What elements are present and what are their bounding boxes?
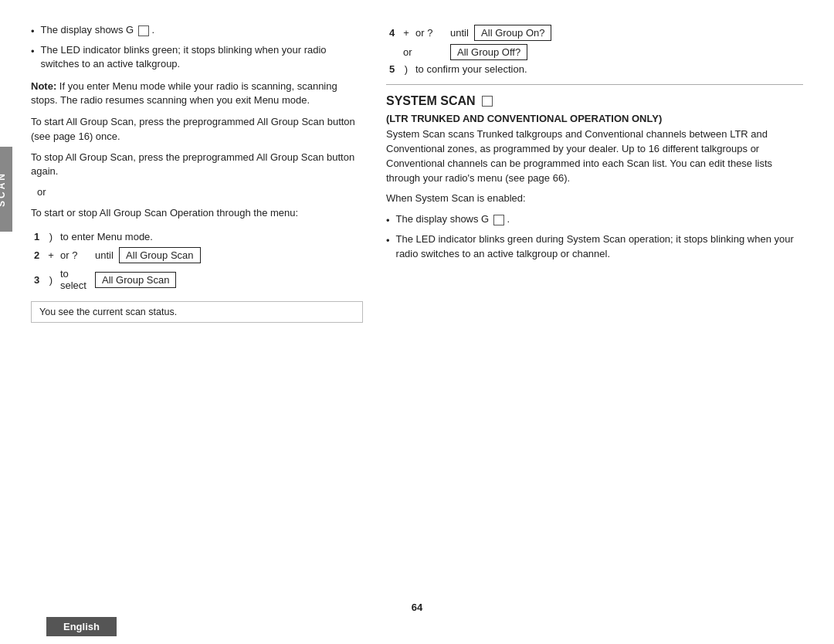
right-bullet-1: • The display shows G .	[386, 212, 803, 228]
step-num-2: 2	[31, 245, 45, 266]
bullet-text-2: The LED indicator blinks green; it stops…	[41, 43, 363, 71]
right-step-sym-5: )	[400, 62, 412, 76]
step-word-2: or ?	[57, 245, 92, 266]
step-num-1: 1	[31, 229, 45, 245]
step-sym-2: +	[45, 245, 57, 266]
right-step-sym-4: +	[400, 23, 412, 42]
right-step-row-5: 5 ) to confirm your selection.	[386, 62, 803, 76]
divider-line	[386, 84, 803, 85]
footer-bar: English	[0, 615, 834, 644]
right-step-num-4: 4	[386, 23, 400, 42]
all-group-on-box: All Group On?	[474, 25, 551, 41]
right-step-off-box: All Group Off?	[447, 42, 803, 62]
right-para-1: System Scan scans Trunked talkgroups and…	[386, 127, 803, 185]
section-heading: SYSTEM SCAN	[386, 94, 803, 108]
all-group-scan-box-2: All Group Scan	[95, 272, 176, 288]
step-row-2: 2 + or ? until All Group Scan	[31, 245, 363, 266]
steps-table: 1 ) to enter Menu mode. 2 + or ? until A…	[31, 229, 363, 293]
page-number-text: 64	[412, 602, 422, 613]
g-symbol-1	[138, 25, 149, 36]
para-3: To start or stop All Group Scan Operatio…	[31, 206, 363, 221]
step-row-1: 1 ) to enter Menu mode.	[31, 229, 363, 245]
bullet-dot-2: •	[31, 45, 35, 71]
step-action-2: until All Group Scan	[92, 245, 363, 266]
right-step-num-5: 5	[386, 62, 400, 76]
right-bullet-dot-2: •	[386, 234, 390, 260]
note-box: You see the current scan status.	[31, 301, 363, 323]
step-sym-1: )	[45, 229, 57, 245]
step-word-3: to select	[57, 266, 92, 293]
all-group-off-box: All Group Off?	[450, 44, 527, 60]
section-title: SYSTEM SCAN	[386, 94, 476, 108]
note-label: Note:	[31, 80, 56, 92]
step-sym-3: )	[45, 266, 57, 293]
right-bullet-2: • The LED indicator blinks green during …	[386, 232, 803, 260]
note-block: Note: If you enter Menu mode while your …	[31, 80, 363, 107]
note-box-text: You see the current scan status.	[39, 307, 177, 317]
scan-sidebar-label: SCAN	[0, 147, 12, 232]
content-area: SCAN • The display shows G . • The LED i…	[0, 0, 834, 598]
right-step-action-4: until All Group On?	[447, 23, 803, 42]
step-action-3: All Group Scan	[92, 266, 363, 293]
note-text: If you enter Menu mode while your radio …	[31, 80, 337, 106]
page-number: 64	[0, 598, 834, 615]
right-step-row-4a: 4 + or ? until All Group On?	[386, 23, 803, 42]
right-step-empty-1	[386, 42, 400, 62]
step-num-3: 3	[31, 266, 45, 293]
sub-heading: (LTR TRUNKED AND CONVENTIONAL OPERATION …	[386, 113, 803, 124]
page: SCAN • The display shows G . • The LED i…	[0, 0, 834, 644]
right-bullet-text-2: The LED indicator blinks green during Sy…	[396, 232, 803, 260]
step-action-1: to enter Menu mode.	[57, 229, 363, 245]
scan-label: SCAN	[0, 171, 7, 207]
right-step-or: or	[400, 42, 447, 62]
bullet-1: • The display shows G .	[31, 23, 363, 39]
right-para-2: When System Scan is enabled:	[386, 192, 803, 206]
step-row-3: 3 ) to select All Group Scan	[31, 266, 363, 293]
right-column: 4 + or ? until All Group On? or All Grou…	[386, 23, 803, 591]
g-symbol-2	[493, 215, 504, 225]
all-group-scan-box-1: All Group Scan	[119, 247, 200, 263]
para-1: To start All Group Scan, press the prepr…	[31, 115, 363, 144]
bullet-text-1: The display shows G .	[41, 23, 155, 39]
right-step-row-4b: or All Group Off?	[386, 42, 803, 62]
sub-heading-text: (LTR TRUNKED AND CONVENTIONAL OPERATION …	[386, 113, 662, 124]
right-bullet-text-1: The display shows G .	[396, 212, 510, 228]
right-bullet-dot-1: •	[386, 214, 390, 228]
bullet-2: • The LED indicator blinks green; it sto…	[31, 43, 363, 71]
bullet-dot-1: •	[31, 25, 35, 39]
para-or: or	[37, 185, 363, 200]
left-column: SCAN • The display shows G . • The LED i…	[31, 23, 363, 591]
language-badge: English	[46, 617, 117, 636]
right-step-word-4: or ?	[412, 23, 447, 42]
right-step-action-5: to confirm your selection.	[412, 62, 803, 76]
para-2: To stop All Group Scan, press the prepro…	[31, 151, 363, 180]
section-title-g	[482, 96, 493, 107]
right-top-table: 4 + or ? until All Group On? or All Grou…	[386, 23, 803, 76]
